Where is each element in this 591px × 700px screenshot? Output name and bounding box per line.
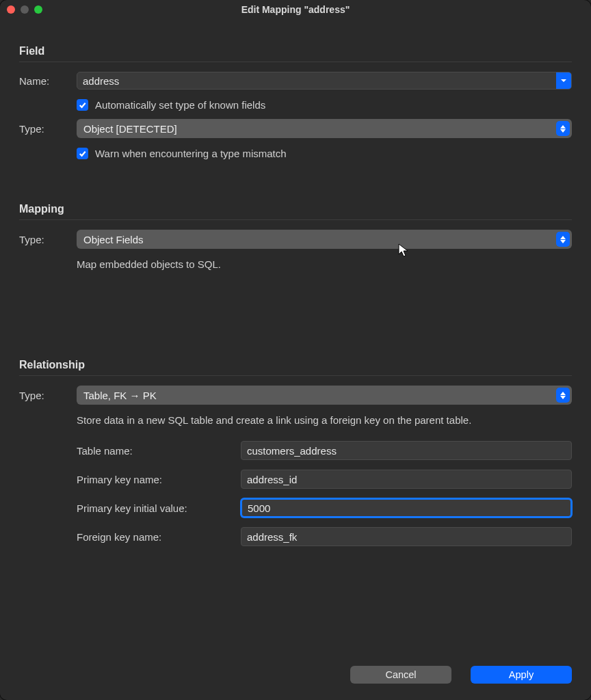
chevron-down-icon[interactable]	[556, 72, 571, 89]
name-input[interactable]	[77, 72, 556, 89]
section-heading-mapping: Mapping	[19, 191, 572, 220]
foreign-key-name-input[interactable]	[241, 527, 572, 546]
section-heading-relationship: Relationship	[19, 347, 572, 376]
field-type-label: Type:	[19, 123, 77, 135]
field-type-value: Object [DETECTED]	[83, 123, 177, 135]
primary-key-name-label: Primary key name:	[77, 474, 241, 485]
warn-type-label: Warn when encountering a type mismatch	[95, 148, 287, 159]
dialog-footer: Cancel Apply	[350, 666, 572, 684]
table-name-input[interactable]	[241, 441, 572, 460]
close-icon[interactable]	[7, 5, 15, 14]
relationship-type-value: Table, FK → PK	[83, 390, 157, 401]
field-type-select[interactable]: Object [DETECTED]	[77, 119, 572, 138]
table-row: Foreign key name:	[77, 527, 572, 546]
relationship-description: Store data in a new SQL table and create…	[19, 414, 572, 426]
traffic-lights	[7, 5, 42, 14]
table-row: Primary key initial value:	[77, 498, 572, 517]
table-row: Table name:	[77, 441, 572, 460]
relationship-type-label: Type:	[19, 390, 77, 401]
auto-type-label: Automatically set type of known fields	[95, 99, 265, 111]
mapping-description: Map embedded objects to SQL.	[19, 258, 572, 270]
dialog-content: Field Name: Automatically set type of kn…	[0, 19, 591, 546]
updown-icon[interactable]	[556, 388, 570, 403]
mapping-type-value: Object Fields	[83, 234, 144, 245]
auto-type-checkbox-row[interactable]: Automatically set type of known fields	[77, 99, 572, 111]
name-label: Name:	[19, 75, 77, 87]
relationship-type-select[interactable]: Table, FK → PK	[77, 386, 572, 405]
warn-type-checkbox-row[interactable]: Warn when encountering a type mismatch	[77, 148, 572, 159]
updown-icon[interactable]	[556, 121, 570, 136]
cancel-button[interactable]: Cancel	[350, 666, 451, 684]
updown-icon[interactable]	[556, 232, 570, 247]
primary-key-initial-label: Primary key initial value:	[77, 502, 241, 514]
primary-key-initial-input[interactable]	[241, 498, 572, 517]
window-title: Edit Mapping "address"	[0, 4, 591, 15]
titlebar: Edit Mapping "address"	[0, 0, 591, 19]
maximize-icon[interactable]	[34, 5, 42, 14]
checkbox-checked-icon[interactable]	[77, 99, 88, 111]
dialog-window: Edit Mapping "address" Field Name: Aut	[0, 0, 591, 700]
section-heading-field: Field	[19, 33, 572, 62]
table-name-label: Table name:	[77, 445, 241, 457]
mapping-type-select[interactable]: Object Fields	[77, 230, 572, 249]
foreign-key-name-label: Foreign key name:	[77, 531, 241, 543]
apply-button[interactable]: Apply	[471, 666, 572, 684]
checkbox-checked-icon[interactable]	[77, 148, 88, 159]
primary-key-name-input[interactable]	[241, 470, 572, 489]
minimize-icon[interactable]	[21, 5, 29, 14]
mapping-type-label: Type:	[19, 234, 77, 245]
name-input-combo[interactable]	[77, 72, 572, 90]
table-row: Primary key name:	[77, 470, 572, 489]
